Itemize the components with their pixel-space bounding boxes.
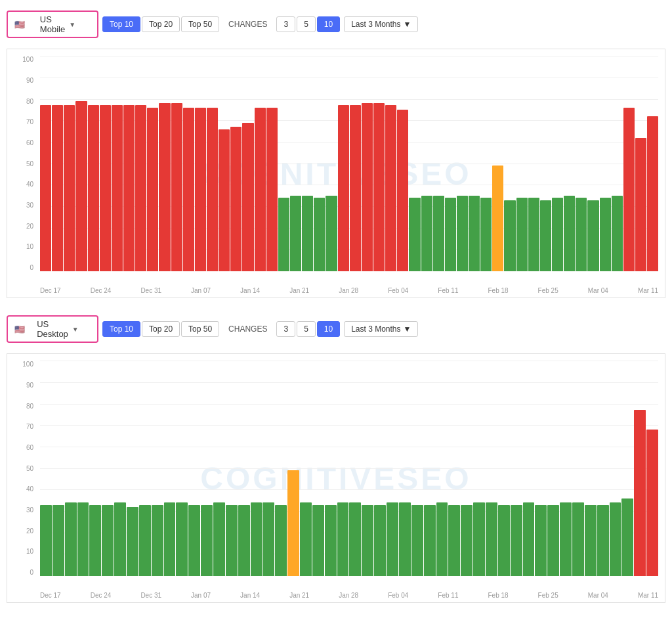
date-btn-desktop[interactable]: Last 3 Months ▼ <box>344 321 418 337</box>
bar[interactable] <box>176 502 188 576</box>
bar[interactable] <box>230 127 242 271</box>
bar[interactable] <box>646 430 658 576</box>
bar[interactable] <box>373 103 385 271</box>
bar[interactable] <box>387 502 398 576</box>
bar[interactable] <box>399 502 411 576</box>
bar[interactable] <box>135 105 146 271</box>
top-btn-top-20-desktop[interactable]: Top 20 <box>142 321 180 337</box>
bar[interactable] <box>207 108 218 271</box>
bar[interactable] <box>164 502 176 576</box>
bar[interactable] <box>612 196 623 271</box>
bar[interactable] <box>572 502 584 576</box>
bar[interactable] <box>65 502 77 576</box>
bar[interactable] <box>535 505 547 576</box>
bar[interactable] <box>89 505 101 576</box>
bar[interactable] <box>564 196 575 271</box>
bar[interactable] <box>188 505 200 576</box>
bar[interactable] <box>411 505 423 576</box>
bar[interactable] <box>350 105 361 271</box>
changes-btn-5-mobile[interactable]: 5 <box>297 16 316 32</box>
bar[interactable] <box>123 105 135 271</box>
bar[interactable] <box>469 196 480 271</box>
top-btn-top-50-mobile[interactable]: Top 50 <box>181 16 219 32</box>
bar[interactable] <box>610 502 621 576</box>
bar[interactable] <box>436 502 448 576</box>
top-btn-top-20-mobile[interactable]: Top 20 <box>142 16 180 32</box>
bar[interactable] <box>362 103 373 271</box>
bar[interactable] <box>634 410 646 576</box>
bar[interactable] <box>421 196 432 271</box>
bar[interactable] <box>623 108 635 271</box>
bar[interactable] <box>300 502 312 576</box>
bar[interactable] <box>275 505 287 576</box>
bar[interactable] <box>278 198 289 271</box>
bar[interactable] <box>540 200 551 271</box>
bar[interactable] <box>112 105 123 271</box>
bar[interactable] <box>587 200 598 271</box>
bar[interactable] <box>183 108 194 271</box>
bar[interactable] <box>597 505 609 576</box>
bar[interactable] <box>312 505 324 576</box>
bar[interactable] <box>152 505 163 576</box>
bar[interactable] <box>147 108 158 271</box>
bar[interactable] <box>445 198 456 271</box>
changes-btn-10-desktop[interactable]: 10 <box>317 321 340 337</box>
bar[interactable] <box>302 196 313 271</box>
bar[interactable] <box>238 505 250 576</box>
bar[interactable] <box>242 123 253 271</box>
bar[interactable] <box>516 198 528 271</box>
changes-btn-3-desktop[interactable]: 3 <box>276 321 295 337</box>
bar[interactable] <box>64 105 75 271</box>
bar[interactable] <box>473 502 485 576</box>
bar[interactable] <box>576 198 587 271</box>
top-btn-top-10-desktop[interactable]: Top 10 <box>102 321 140 337</box>
bar[interactable] <box>362 505 373 576</box>
bar[interactable] <box>77 502 89 576</box>
bar[interactable] <box>287 470 299 576</box>
bar[interactable] <box>314 198 325 271</box>
bar[interactable] <box>266 108 278 271</box>
bar[interactable] <box>486 502 497 576</box>
bar[interactable] <box>349 502 361 576</box>
bar[interactable] <box>226 505 238 576</box>
date-btn-mobile[interactable]: Last 3 Months ▼ <box>344 16 418 32</box>
bar[interactable] <box>40 505 52 576</box>
bar[interactable] <box>457 196 468 271</box>
bar[interactable] <box>100 105 111 271</box>
bar[interactable] <box>498 505 510 576</box>
bar[interactable] <box>547 505 559 576</box>
bar[interactable] <box>480 198 492 271</box>
bar[interactable] <box>338 105 349 271</box>
bar[interactable] <box>326 196 337 271</box>
bar[interactable] <box>528 198 539 271</box>
bar[interactable] <box>397 110 408 271</box>
bar[interactable] <box>114 502 126 576</box>
bar[interactable] <box>585 505 597 576</box>
bar[interactable] <box>290 196 301 271</box>
bar[interactable] <box>219 129 230 271</box>
changes-btn-3-mobile[interactable]: 3 <box>276 16 295 32</box>
bar[interactable] <box>325 505 337 576</box>
top-btn-top-50-desktop[interactable]: Top 50 <box>181 321 219 337</box>
bar[interactable] <box>552 198 563 271</box>
bar[interactable] <box>374 505 386 576</box>
region-select-mobile[interactable]: 🇺🇸 US Mobile ▼ <box>7 11 98 38</box>
top-btn-top-10-mobile[interactable]: Top 10 <box>102 16 140 32</box>
bar[interactable] <box>251 502 262 576</box>
region-select-desktop[interactable]: 🇺🇸 US Desktop ▼ <box>7 315 98 343</box>
bar[interactable] <box>600 198 611 271</box>
bar[interactable] <box>52 505 64 576</box>
bar[interactable] <box>523 502 535 576</box>
bar[interactable] <box>75 101 87 271</box>
bar[interactable] <box>40 105 51 271</box>
bar[interactable] <box>560 502 572 576</box>
bar[interactable] <box>255 108 266 271</box>
bar[interactable] <box>461 505 472 576</box>
bar[interactable] <box>647 116 658 271</box>
bar[interactable] <box>213 502 225 576</box>
changes-btn-5-desktop[interactable]: 5 <box>297 321 316 337</box>
bar[interactable] <box>159 103 170 271</box>
bar[interactable] <box>433 196 444 271</box>
bar[interactable] <box>492 166 503 271</box>
bar[interactable] <box>102 505 114 576</box>
